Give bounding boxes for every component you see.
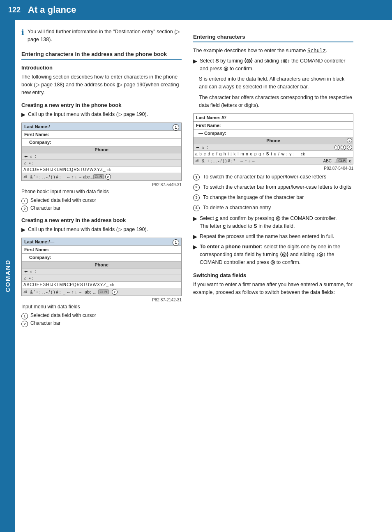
entered-text-2: The character bar offers characters corr… [199,94,353,110]
arrow-icon-4: ▶ [193,215,197,230]
sub-heading-switching: Switching data fields [193,272,353,278]
right-phone-row: Phone 3 [194,137,353,144]
addr-menu-image-id: P82.87-2142-31 [21,298,182,302]
arrow-icon: ▶ [21,111,25,119]
right-icon-row: ⬅ ⌂ : 1 2 4 [194,144,353,151]
header: 122 At a glance [0,0,392,20]
last-name-row: Last Name:/ 1 [22,123,181,131]
select-bullet: ▶ Select S by turning ⟨◎⟩ and sliding ↕◎… [193,57,353,73]
sub-heading-phone-book: Creating a new entry in the phone book [21,102,182,108]
arrow-icon-2: ▶ [21,226,25,234]
char-bar-right-top: a b c d e f g h i j k l m n o p q r S t … [194,151,353,157]
right-menu-image-id: P82.87-5404-31 [193,166,353,171]
addr-icon-row-2: ⌂ ▪ : [22,275,181,282]
addr-company-row: Company: [22,254,181,261]
badge-3-right: 3 [347,138,352,143]
intro-text: The following section describes how to e… [21,73,182,97]
phone-menu-image-id: P82.87-5449-31 [21,183,182,187]
badge-1-addr: 1 [173,239,179,246]
icon-row-2: ⌂ ▪ : [22,160,181,167]
arrow-icon-6: ▶ [193,243,197,266]
caption-item: 1 Selected data field with cursor [21,312,182,319]
select-c-bullet: ▶ Select c and confirm by pressing ◎ the… [193,215,353,230]
info-text: You will find further information in the… [28,28,182,44]
page-number: 122 [8,6,21,14]
number-list-item-4: 4 To delete a character/an entry [193,204,353,212]
left-column: ℹ You will find further information in t… [21,28,182,524]
caption-item: 2 Character bar [21,320,182,327]
number-list-item-1: 1 To switch the character bar to upper/l… [193,173,353,181]
badge-4-right: 4 [347,145,352,150]
bottom-bar-addr: ⏎ & ' + ; , . - / ( ) # : _ ← ↑ ↓ → abc … [22,288,181,296]
surname-example: Schulz [307,47,326,53]
section-heading-entering: Entering characters [193,34,353,42]
badge-1-phone: 1 [173,124,179,131]
caption-item: 1 Selected data field with cursor [21,197,182,204]
section-heading-chars: Entering characters in the address and t… [21,51,182,60]
arrow-icon-3: ▶ [193,57,197,73]
right-column: Entering characters The example describe… [193,28,353,524]
page-layout: COMAND ℹ You will find further informati… [0,20,392,532]
address-book-menu-wrap: Last Name:/— 1 First Name: Company: Phon… [21,238,182,302]
first-name-row: First Name: [22,131,181,139]
sub-heading-address-book: Creating a new entry in the address book [21,217,182,223]
phone-book-bullet: ▶ Call up the input menu with data field… [21,111,182,119]
address-book-input-menu: Last Name:/— 1 First Name: Company: Phon… [21,238,182,296]
entered-text-1: S is entered into the data field. All ch… [199,75,353,91]
addr-caption-list: 1 Selected data field with cursor 2 Char… [21,312,182,327]
icon-row-1: ⬅ ⌂ : [22,153,181,160]
address-book-bullet: ▶ Call up the input menu with data field… [21,226,182,234]
right-last-name-row: Last Name: S/ [194,114,353,122]
addr-phone-row: Phone [22,261,181,268]
page-title: At a glance [28,5,76,15]
char-bar-phone: ABCDEFGHIJKLMNCQRSTUVWXYZ_ck [22,167,181,173]
repeat-bullet: ▶ Repeat the process until the name has … [193,233,353,241]
switching-text: If you want to enter a first name after … [193,281,353,297]
badge-2-addr: 2 [112,289,118,295]
sidebar-label: COMAND [4,259,11,292]
char-bar-addr: ABCDEFGHIJKLMNCPQRSTUVWXYZ_ck [22,282,181,288]
info-box: ℹ You will find further information in t… [21,28,182,44]
addr-first-name-row: First Name: [22,246,181,254]
addr-caption-title: Input menu with data fields [21,303,182,311]
addr-icon-row-1: ⬅ ⌂ : [22,268,181,275]
caption-item: 2 Character bar [21,205,182,212]
sub-heading-intro: Introduction [21,65,182,71]
bottom-bar-right: ⏎ & ' + ; , . - / ( ) # : * _ ← ↑ ↓ → AB… [194,157,353,164]
right-menu-wrap: Last Name: S/ First Name: — Company: Pho… [193,113,353,171]
badge-1-right: 1 [334,145,340,150]
phone-caption-list: 1 Selected data field with cursor 2 Char… [21,197,182,212]
phone-book-input-menu: Last Name:/ 1 First Name: Company: [21,123,182,181]
badge-2-phone: 2 [105,174,111,180]
number-list: 1 To switch the character bar to upper/l… [193,173,353,211]
number-list-item-3: 3 To change the language of the characte… [193,194,353,201]
sidebar: COMAND [0,20,15,532]
arrow-icon-5: ▶ [193,233,197,241]
right-first-name-row: First Name: [194,122,353,130]
company-row: Company: [22,139,181,146]
entering-intro: The example describes how to enter the s… [193,46,353,55]
bottom-bar-phone: ⏎ & ' + ; , . - / ( ) # : _ ← ↑ ↓ → abc … [22,173,181,180]
phone-row: Phone [22,146,181,153]
addr-last-name-row: Last Name:/— 1 [22,238,181,246]
badge-2-right: 2 [341,145,346,150]
phone-caption-title: Phone book: input menu with data fields [21,188,182,196]
phone-number-bullet: ▶ To enter a phone number: select the di… [193,243,353,266]
info-icon: ℹ [21,27,24,44]
right-input-menu: Last Name: S/ First Name: — Company: Pho… [193,113,353,164]
main-content: ℹ You will find further information in t… [15,20,392,532]
right-company-row: — Company: [194,130,353,137]
phone-book-menu-wrap: Last Name:/ 1 First Name: Company: [21,123,182,187]
number-list-item-2: 2 To switch the character bar from upper… [193,183,353,191]
